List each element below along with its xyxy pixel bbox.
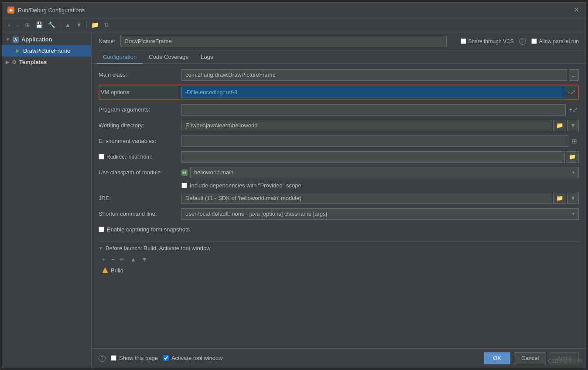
footer: ? Show this page Activate tool window OK… <box>92 348 586 368</box>
move-down-button[interactable]: ▼ <box>74 20 84 29</box>
before-launch-add-button[interactable]: + <box>100 255 107 264</box>
include-deps-label: Include dependencies with "Provided" sco… <box>181 182 301 189</box>
env-vars-input[interactable] <box>181 136 568 147</box>
before-launch-down-button[interactable]: ▼ <box>140 255 149 264</box>
before-launch-header: ▼ Before launch: Build, Activate tool wi… <box>99 245 579 251</box>
build-icon <box>102 267 108 273</box>
toolbar: + − ⊕ 💾 🔧 ▲ ▼ 📁 ⇅ <box>2 18 586 32</box>
program-args-expand-button[interactable]: +⤢ <box>567 105 579 115</box>
redirect-input-browse-button[interactable]: 📁 <box>566 151 579 163</box>
remove-button[interactable]: − <box>14 20 21 29</box>
before-launch-section: ▼ Before launch: Build, Activate tool wi… <box>99 241 579 275</box>
arrow-down-icon: ▼ <box>6 37 10 42</box>
close-button[interactable]: ✕ <box>574 7 581 14</box>
tabs-bar: Configuration Code Coverage Logs <box>92 51 586 64</box>
working-dir-input-group: 📁 ▼ <box>181 120 579 131</box>
working-dir-dropdown-button[interactable]: ▼ <box>567 120 579 131</box>
env-vars-input-group: ⊞ <box>181 136 579 147</box>
jre-dropdown-button[interactable]: ▼ <box>567 193 579 204</box>
save-button[interactable]: 💾 <box>34 20 44 29</box>
before-launch-toolbar: + − ✏ ▲ ▼ <box>99 255 579 264</box>
folder-button[interactable]: 📁 <box>89 20 100 29</box>
help-icon[interactable]: ? <box>519 38 526 45</box>
redirect-input-label: Redirect input from: <box>106 154 152 160</box>
enable-capturing-label: Enable capturing form snapshots <box>99 226 190 233</box>
watermark: CSDN @张世争 <box>548 358 582 364</box>
shorten-cmd-label: Shorten command line: <box>99 210 181 217</box>
jre-label: JRE: <box>99 195 181 201</box>
activate-tool-checkbox[interactable] <box>163 355 169 361</box>
program-args-label: Program arguments: <box>99 106 181 113</box>
enable-capturing-row: Enable capturing form snapshots <box>99 224 579 236</box>
tab-logs[interactable]: Logs <box>195 51 219 64</box>
share-vcs-checkbox[interactable] <box>461 38 466 44</box>
sort-button[interactable]: ⇅ <box>102 20 111 29</box>
sidebar: ▼ A Application DrawPictureFrame ▶ ⚙ Tem… <box>2 32 92 368</box>
main-class-label: Main class: <box>99 71 181 78</box>
include-deps-checkbox[interactable] <box>181 183 187 188</box>
tab-configuration[interactable]: Configuration <box>97 51 143 64</box>
classpath-row: Use classpath of module: m helloworld.ma… <box>99 166 579 179</box>
before-launch-remove-button[interactable]: − <box>109 255 116 264</box>
right-panel: Name: Share through VCS ? Allow parallel… <box>92 32 586 368</box>
allow-parallel-checkbox[interactable] <box>531 38 537 44</box>
sidebar-application-header[interactable]: ▼ A Application <box>2 34 91 45</box>
tab-code-coverage[interactable]: Code Coverage <box>143 51 195 64</box>
sidebar-item-label: DrawPictureFrame <box>23 48 70 54</box>
main-class-browse-button[interactable]: ... <box>569 69 579 81</box>
jre-browse-button[interactable]: 📁 <box>553 193 566 204</box>
footer-left: ? Show this page Activate tool window <box>99 355 223 362</box>
program-args-row: Program arguments: +⤢ <box>99 104 579 116</box>
enable-capturing-checkbox[interactable] <box>99 227 104 232</box>
working-dir-input[interactable] <box>181 120 552 131</box>
application-label: Application <box>21 36 52 43</box>
vm-options-row: VM options: +⤢ <box>99 85 579 100</box>
before-launch-up-button[interactable]: ▲ <box>128 255 138 264</box>
show-page-checkbox[interactable] <box>111 355 116 361</box>
ok-button[interactable]: OK <box>484 352 510 364</box>
redirect-input-checkbox[interactable] <box>99 154 104 160</box>
shorten-cmd-row: Shorten command line: user-local default… <box>99 208 579 220</box>
share-vcs-label: Share through VCS <box>461 38 514 44</box>
edit-button[interactable]: 🔧 <box>46 20 57 29</box>
vm-options-expand-button[interactable]: +⤢ <box>565 87 577 97</box>
before-launch-build-item: Build <box>99 266 579 275</box>
separator-2 <box>86 21 87 28</box>
title-bar-left: ▶ Run/Debug Configurations <box>7 7 85 14</box>
jre-select[interactable]: Default (11 - SDK of 'helloworld.main' m… <box>181 193 552 204</box>
env-vars-edit-button[interactable]: ⊞ <box>570 137 579 146</box>
main-class-row: Main class: ... <box>99 69 579 81</box>
redirect-input-group: 📁 <box>181 151 579 163</box>
allow-parallel-label: Allow parallel run <box>531 38 579 44</box>
sidebar-templates-header[interactable]: ▶ ⚙ Templates <box>2 57 91 68</box>
classpath-label: Use classpath of module: <box>99 169 181 176</box>
jre-row: JRE: Default (11 - SDK of 'helloworld.ma… <box>99 192 579 204</box>
sidebar-item-drawpictureframe[interactable]: DrawPictureFrame <box>2 45 91 57</box>
run-debug-dialog: ▶ Run/Debug Configurations ✕ + − ⊕ 💾 🔧 ▲… <box>2 2 586 368</box>
env-vars-row: Environment variables: ⊞ <box>99 135 579 147</box>
activate-tool-label: Activate tool window <box>163 355 223 361</box>
templates-label: Templates <box>19 59 47 65</box>
arrow-right-icon: ▶ <box>6 60 9 64</box>
program-args-input-group: +⤢ <box>181 104 579 115</box>
run-config-icon <box>14 48 21 54</box>
working-dir-browse-button[interactable]: 📁 <box>553 120 566 131</box>
program-args-input[interactable] <box>181 104 566 115</box>
redirect-input-field[interactable] <box>181 151 565 163</box>
shorten-cmd-select[interactable]: user-local default: none - java [options… <box>181 208 579 220</box>
main-class-input[interactable] <box>181 69 567 81</box>
copy-button[interactable]: ⊕ <box>23 20 32 29</box>
footer-help-icon[interactable]: ? <box>99 355 106 362</box>
before-launch-edit-button[interactable]: ✏ <box>118 255 126 264</box>
move-up-button[interactable]: ▲ <box>63 20 72 29</box>
title-bar: ▶ Run/Debug Configurations ✕ <box>2 3 586 18</box>
include-deps-row: Include dependencies with "Provided" sco… <box>99 182 579 189</box>
dialog-title: Run/Debug Configurations <box>18 7 85 14</box>
vm-options-input[interactable] <box>181 87 565 98</box>
add-button[interactable]: + <box>6 20 13 29</box>
cancel-button[interactable]: Cancel <box>514 352 546 364</box>
form-body: Main class: ... VM options: +⤢ Program a… <box>92 64 586 348</box>
header-options: Share through VCS ? Allow parallel run <box>461 38 579 45</box>
classpath-select[interactable]: helloworld.main <box>190 167 579 178</box>
name-input[interactable] <box>120 36 446 47</box>
